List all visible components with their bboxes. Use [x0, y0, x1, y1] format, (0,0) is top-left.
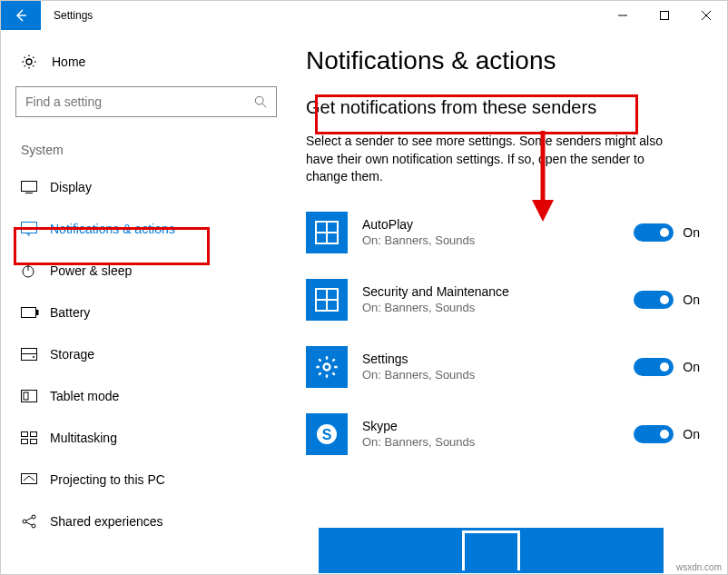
- partial-tile[interactable]: [319, 528, 664, 573]
- multitasking-icon: [21, 431, 50, 444]
- toggle-label: On: [683, 225, 700, 240]
- maximize-button[interactable]: [644, 1, 685, 30]
- home-button[interactable]: Home: [15, 48, 302, 86]
- sender-detail: On: Banners, Sounds: [362, 368, 634, 382]
- svg-rect-10: [24, 392, 28, 400]
- sender-name: Settings: [362, 352, 634, 366]
- notification-icon: [21, 222, 50, 236]
- svg-rect-6: [36, 310, 39, 315]
- sidebar: Home System Display Notifications & acti…: [1, 30, 302, 574]
- sidebar-item-tablet[interactable]: Tablet mode: [15, 375, 277, 417]
- home-label: Home: [52, 55, 85, 69]
- svg-rect-15: [22, 474, 37, 484]
- sidebar-item-multitasking[interactable]: Multitasking: [15, 417, 277, 459]
- display-icon: [21, 181, 50, 193]
- toggle-label: On: [683, 292, 700, 307]
- nav-label: Notifications & actions: [50, 222, 175, 236]
- sidebar-item-battery[interactable]: Battery: [15, 292, 277, 333]
- storage-icon: [21, 348, 50, 361]
- sender-row-settings[interactable]: Settings On: Banners, Sounds On: [306, 346, 700, 388]
- toggle-security[interactable]: [634, 291, 674, 309]
- svg-rect-5: [22, 308, 36, 318]
- sidebar-item-shared[interactable]: Shared experiences: [15, 501, 277, 542]
- sidebar-item-power[interactable]: Power & sleep: [15, 250, 277, 292]
- nav-label: Storage: [50, 347, 94, 362]
- toggle-autoplay[interactable]: [634, 223, 674, 242]
- autoplay-icon: [306, 212, 348, 253]
- main-content: Notifications & actions Get notification…: [302, 30, 727, 574]
- nav-label: Battery: [50, 305, 90, 320]
- svg-rect-13: [22, 440, 28, 444]
- sender-name: Skype: [362, 419, 634, 433]
- svg-rect-2: [22, 182, 37, 192]
- watermark: wsxdn.com: [676, 562, 722, 572]
- sender-row-skype[interactable]: S Skype On: Banners, Sounds On: [306, 413, 700, 455]
- nav-label: Power & sleep: [50, 263, 132, 278]
- svg-rect-3: [22, 223, 37, 233]
- tablet-icon: [21, 390, 50, 402]
- sidebar-group-label: System: [21, 143, 302, 157]
- security-icon: [306, 279, 348, 321]
- nav-label: Tablet mode: [50, 389, 119, 403]
- svg-point-21: [324, 363, 330, 370]
- page-title: Notifications & actions: [306, 46, 700, 75]
- section-instruction: Select a sender to see more settings. So…: [306, 133, 687, 186]
- titlebar: Settings: [1, 1, 727, 30]
- power-icon: [21, 263, 50, 278]
- window-title: Settings: [41, 9, 93, 22]
- sidebar-item-notifications[interactable]: Notifications & actions: [15, 208, 277, 250]
- svg-rect-14: [31, 440, 37, 444]
- close-button[interactable]: [685, 1, 727, 30]
- minimize-button[interactable]: [602, 1, 644, 30]
- skype-icon: S: [306, 413, 348, 455]
- svg-point-16: [23, 520, 26, 523]
- sender-name: Security and Maintenance: [362, 284, 634, 299]
- sender-detail: On: Banners, Sounds: [362, 233, 634, 247]
- svg-point-17: [32, 515, 35, 519]
- sidebar-item-display[interactable]: Display: [15, 166, 277, 208]
- sidebar-item-projecting[interactable]: Projecting to this PC: [15, 459, 277, 501]
- gear-icon: [21, 54, 37, 70]
- sidebar-item-storage[interactable]: Storage: [15, 333, 277, 375]
- nav-label: Multitasking: [50, 431, 117, 445]
- battery-icon: [21, 307, 50, 318]
- svg-rect-0: [661, 12, 669, 20]
- settings-app-icon: [306, 346, 348, 388]
- section-title: Get notifications from these senders: [306, 97, 700, 118]
- sender-row-security[interactable]: Security and Maintenance On: Banners, So…: [306, 279, 700, 321]
- sender-row-autoplay[interactable]: AutoPlay On: Banners, Sounds On: [306, 212, 700, 253]
- svg-point-8: [33, 356, 34, 358]
- svg-point-18: [32, 524, 35, 528]
- svg-rect-11: [22, 432, 28, 437]
- sender-detail: On: Banners, Sounds: [362, 301, 634, 314]
- svg-point-1: [255, 96, 263, 104]
- projecting-icon: [21, 473, 50, 486]
- nav-label: Shared experiences: [50, 514, 163, 529]
- nav-label: Projecting to this PC: [50, 472, 165, 487]
- toggle-label: On: [683, 427, 700, 441]
- sender-detail: On: Banners, Sounds: [362, 435, 634, 449]
- toggle-settings[interactable]: [634, 358, 674, 376]
- search-input[interactable]: [15, 86, 277, 117]
- svg-rect-12: [31, 432, 37, 437]
- search-field[interactable]: [25, 94, 243, 109]
- back-button[interactable]: [1, 1, 41, 30]
- toggle-label: On: [683, 360, 700, 374]
- toggle-skype[interactable]: [634, 425, 674, 443]
- sender-name: AutoPlay: [362, 217, 634, 232]
- svg-text:S: S: [322, 427, 332, 442]
- shared-icon: [21, 514, 50, 529]
- search-icon: [254, 95, 267, 108]
- nav-label: Display: [50, 180, 92, 194]
